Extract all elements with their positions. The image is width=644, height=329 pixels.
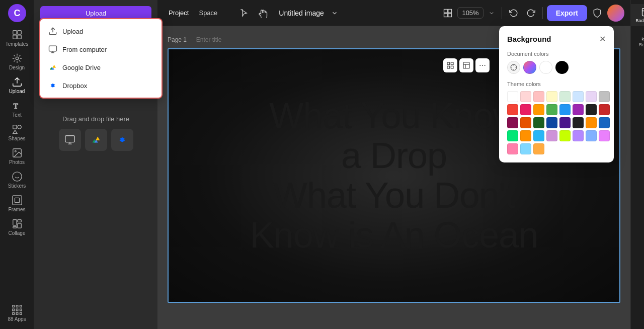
sidebar-item-apps-label: 88 Apps: [8, 316, 26, 322]
sidebar-item-text[interactable]: T Text: [0, 97, 34, 121]
theme-color-swatch[interactable]: [533, 117, 544, 128]
svg-rect-2: [13, 31, 16, 34]
sidebar-item-photos[interactable]: Photos: [0, 144, 34, 168]
theme-color-swatch[interactable]: [546, 91, 557, 102]
theme-color-swatch[interactable]: [599, 130, 610, 141]
theme-color-swatch[interactable]: [533, 104, 544, 115]
theme-color-swatch[interactable]: [520, 117, 531, 128]
theme-color-swatch[interactable]: [573, 130, 584, 141]
theme-color-swatch[interactable]: [573, 104, 584, 115]
theme-color-swatch[interactable]: [533, 143, 544, 154]
upload-dropbox-icon[interactable]: [111, 129, 133, 151]
dropdown-item-dropbox[interactable]: Dropbox: [40, 76, 162, 95]
sidebar-item-apps[interactable]: 88 Apps: [0, 301, 34, 325]
svg-rect-36: [65, 136, 74, 142]
zoom-chevron-button[interactable]: [486, 7, 498, 19]
theme-color-swatch[interactable]: [586, 117, 597, 128]
doc-color-black[interactable]: [555, 61, 569, 74]
svg-rect-5: [17, 35, 21, 39]
theme-color-swatch[interactable]: [599, 91, 610, 102]
theme-color-swatch[interactable]: [586, 130, 597, 141]
sidebar-item-templates[interactable]: Templates: [0, 26, 34, 50]
tab-space[interactable]: Space: [194, 7, 222, 19]
theme-color-swatch[interactable]: [559, 104, 571, 115]
theme-color-swatch[interactable]: [546, 130, 557, 141]
project-tabs: Project Space: [164, 7, 222, 19]
color-picker-icon[interactable]: [507, 61, 520, 74]
theme-color-swatch[interactable]: [559, 130, 571, 141]
theme-color-swatch[interactable]: [599, 117, 610, 128]
theme-color-swatch[interactable]: [507, 104, 518, 115]
background-panel: Background ✕ Document colors Theme color…: [499, 26, 614, 162]
theme-color-swatch[interactable]: [507, 91, 518, 102]
theme-color-swatch[interactable]: [520, 104, 531, 115]
title-chevron-button[interactable]: [328, 7, 341, 20]
theme-color-swatch[interactable]: [507, 130, 518, 141]
zoom-display[interactable]: 105%: [457, 7, 483, 19]
avatar[interactable]: [607, 5, 624, 22]
page-separator: –: [190, 36, 193, 43]
sidebar-item-shapes[interactable]: Shapes: [0, 121, 34, 144]
theme-color-swatch[interactable]: [586, 104, 597, 115]
theme-color-swatch[interactable]: [507, 117, 518, 128]
theme-color-swatch[interactable]: [559, 91, 571, 102]
svg-rect-24: [16, 305, 18, 307]
theme-color-swatch[interactable]: [573, 117, 584, 128]
doc-color-white[interactable]: [539, 61, 552, 74]
theme-color-swatch[interactable]: [507, 143, 518, 154]
dropdown-item-from-computer-label: From computer: [62, 46, 107, 53]
svg-point-13: [15, 150, 16, 152]
redo-button[interactable]: [523, 6, 538, 21]
page-title-input[interactable]: [196, 36, 272, 43]
toolbar-divider: [502, 7, 502, 19]
toolbar-divider-2: [542, 7, 543, 19]
canvas-tool-grid[interactable]: [443, 58, 457, 72]
theme-color-swatch[interactable]: [520, 143, 531, 154]
right-panel-item-resize[interactable]: Resize: [631, 28, 644, 50]
upload-drive-icon[interactable]: [85, 129, 107, 151]
theme-color-swatch[interactable]: [546, 104, 557, 115]
theme-color-swatch[interactable]: [546, 117, 557, 128]
canvas-toolbar: [443, 58, 490, 72]
dropdown-item-upload[interactable]: Upload: [40, 22, 162, 40]
svg-rect-40: [448, 9, 452, 13]
canvas-tool-layout[interactable]: [459, 58, 473, 72]
theme-color-swatch[interactable]: [573, 91, 584, 102]
doc-color-gradient[interactable]: [523, 61, 536, 74]
theme-color-swatch[interactable]: [599, 104, 610, 115]
svg-rect-33: [49, 46, 57, 51]
upload-from-computer-icon[interactable]: [59, 129, 81, 151]
svg-marker-11: [13, 130, 17, 133]
theme-color-swatch[interactable]: [533, 91, 544, 102]
layout-button[interactable]: [440, 6, 455, 21]
canva-logo[interactable]: C: [8, 4, 26, 22]
theme-color-swatch[interactable]: [559, 117, 571, 128]
dropdown-item-from-computer[interactable]: From computer: [40, 40, 162, 58]
svg-rect-3: [17, 31, 21, 34]
shield-button[interactable]: [589, 5, 605, 21]
theme-color-swatch[interactable]: [520, 91, 531, 102]
sidebar-item-design-label: Design: [9, 65, 25, 70]
hand-tool-button[interactable]: [256, 6, 271, 21]
svg-point-6: [16, 57, 19, 60]
export-button[interactable]: Export: [547, 5, 587, 21]
svg-rect-23: [12, 305, 14, 307]
sidebar-item-design[interactable]: Design: [0, 50, 34, 73]
sidebar-item-stickers[interactable]: Stickers: [0, 168, 34, 192]
theme-color-swatch[interactable]: [586, 91, 597, 102]
sidebar-item-collage[interactable]: Collage: [0, 215, 34, 239]
background-panel-close-button[interactable]: ✕: [599, 34, 606, 44]
sidebar-item-frames[interactable]: Frames: [0, 192, 34, 215]
dropdown-item-google-drive[interactable]: Google Drive: [40, 58, 162, 76]
dropdown-item-google-drive-label: Google Drive: [62, 64, 101, 71]
theme-color-swatch[interactable]: [533, 130, 544, 141]
canvas-tool-more[interactable]: [475, 58, 490, 72]
select-tool-button[interactable]: [236, 6, 252, 21]
sidebar-item-upload[interactable]: Upload: [0, 73, 34, 97]
svg-rect-28: [20, 309, 22, 311]
right-panel-item-background[interactable]: Backgro...: [631, 4, 644, 26]
tab-project[interactable]: Project: [164, 7, 194, 19]
undo-button[interactable]: [506, 6, 521, 21]
theme-color-swatch[interactable]: [520, 130, 531, 141]
svg-rect-45: [447, 66, 450, 68]
